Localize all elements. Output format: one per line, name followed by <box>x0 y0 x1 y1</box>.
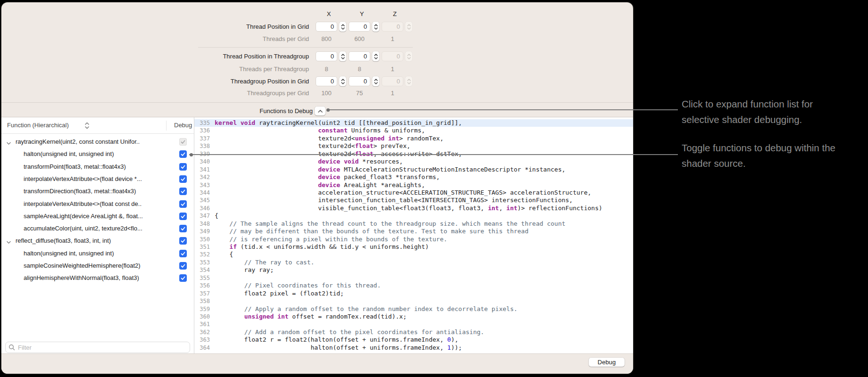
stepper-value-x[interactable]: 0 <box>316 76 337 86</box>
code-line: 363 float2 r = float2(halton(offset + un… <box>194 336 633 344</box>
function-row[interactable]: halton(unsigned int, unsigned int) <box>1 247 194 260</box>
code-text: unsigned int offset = randomTex.read(tid… <box>215 313 407 320</box>
code-line: 343 device AreaLight *areaLights, <box>194 181 633 189</box>
stepper-x: 0 <box>316 51 347 61</box>
code-text: intersection_function_table<INTERSECTION… <box>215 197 573 204</box>
stepper-buttons-icon[interactable] <box>372 76 379 86</box>
line-number: 347 <box>194 212 210 220</box>
debug-checkbox[interactable] <box>179 237 187 245</box>
debug-checkbox[interactable] <box>179 250 187 257</box>
code-line: 346 visible_function_table<float3(float3… <box>194 205 633 212</box>
debug-checkbox[interactable] <box>179 163 187 171</box>
line-number: 340 <box>194 158 210 165</box>
function-list-header: Function (Hierarchical) Debug <box>1 117 194 134</box>
code-text: kernel void raytracingKernel(uint2 tid [… <box>215 119 462 126</box>
stepper-value-y[interactable]: 0 <box>349 76 370 86</box>
stepper-value-y[interactable]: 0 <box>349 51 370 61</box>
stepper-buttons-icon <box>405 22 412 32</box>
debug-checkbox[interactable] <box>179 213 187 220</box>
stepper-value-z: 0 <box>382 76 403 86</box>
code-line: 364 halton(offset + uniforms.frameIndex,… <box>194 344 633 352</box>
code-line: 354 ray ray; <box>194 266 633 274</box>
callout-line-toggle <box>189 154 678 155</box>
debug-checkbox[interactable] <box>179 262 187 270</box>
code-editor[interactable]: 335kernel void raytracingKernel(uint2 ti… <box>194 117 633 353</box>
static-value-z: 1 <box>378 66 407 73</box>
code-text: ray ray; <box>215 266 274 273</box>
filter-field <box>5 342 190 353</box>
stepper-buttons-icon[interactable] <box>372 51 379 61</box>
stepper-value-x[interactable]: 0 <box>316 51 337 61</box>
function-label: alignHemisphereWithNormal(float3, float3… <box>24 274 139 281</box>
code-text: texture2d<float> prevTex, <box>215 142 410 149</box>
function-row[interactable]: interpolateVertexAttribute<>(float const… <box>1 198 194 210</box>
code-line: 361 <box>194 320 633 328</box>
function-row[interactable]: sampleCosineWeightedHemisphere(float2) <box>1 260 194 272</box>
code-line: 348 // The sample aligns the thread coun… <box>194 220 633 228</box>
line-number: 335 <box>194 119 210 127</box>
static-value-z: 1 <box>378 35 407 42</box>
thread-info-row: Threads per Grid8006001 <box>1 33 633 45</box>
line-number: 354 <box>194 266 210 274</box>
function-row[interactable]: accumulateColor(uint, uint2, texture2d<f… <box>1 222 194 235</box>
line-number: 342 <box>194 173 210 181</box>
code-text: // may be different than the bounds of t… <box>215 228 528 235</box>
stepper-buttons-icon <box>405 51 412 61</box>
row-label: Thread Position in Grid <box>1 23 309 30</box>
name-column-header[interactable]: Function (Hierarchical) <box>7 122 69 129</box>
filter-input[interactable] <box>5 342 190 353</box>
disclosure-chevron-icon[interactable] <box>6 238 11 247</box>
stepper-buttons-icon[interactable] <box>372 22 379 32</box>
sort-icon[interactable] <box>84 122 90 131</box>
line-number: 341 <box>194 166 210 173</box>
code-line: 335kernel void raytracingKernel(uint2 ti… <box>194 119 633 127</box>
function-row[interactable]: interpolateVertexAttribute<>(float devic… <box>1 173 194 185</box>
debug-checkbox[interactable] <box>179 175 187 183</box>
stepper-value-y[interactable]: 0 <box>349 22 370 32</box>
line-number: 336 <box>194 127 210 134</box>
line-number: 362 <box>194 328 210 336</box>
thread-control-row: Thread Position in Threadgroup000 <box>1 51 633 62</box>
static-value-y: 8 <box>345 66 374 73</box>
function-label: halton(unsigned int, unsigned int) <box>24 150 114 157</box>
disclosure-chevron-icon[interactable] <box>6 139 11 148</box>
code-line: 342 device packed_float3 *transforms, <box>194 173 633 181</box>
function-row[interactable]: reflect_diffuse(float3, float3, int, int… <box>1 235 194 247</box>
stepper-value-x[interactable]: 0 <box>316 22 337 32</box>
debug-checkbox[interactable] <box>179 188 187 195</box>
debug-checkbox[interactable] <box>179 274 187 282</box>
code-line: 345 intersection_function_table<INTERSEC… <box>194 197 633 204</box>
function-row[interactable]: halton(unsigned int, unsigned int) <box>1 148 194 160</box>
function-row[interactable]: sampleAreaLight(device AreaLight &, floa… <box>1 210 194 222</box>
code-line: 357 float2 pixel = (float2)tid; <box>194 290 633 297</box>
code-text: // Apply a random offset to the random n… <box>215 305 517 312</box>
code-line: 344 acceleration_structure<ACCELERATION_… <box>194 189 633 197</box>
debug-checkbox[interactable] <box>179 225 187 232</box>
line-number: 349 <box>194 228 210 235</box>
function-row[interactable]: transformDirection(float3, metal::float4… <box>1 185 194 197</box>
line-number: 357 <box>194 290 210 297</box>
stepper-buttons-icon[interactable] <box>339 22 346 32</box>
debug-checkbox[interactable] <box>179 200 187 208</box>
code-text: float2 pixel = (float2)tid; <box>215 290 344 297</box>
functions-expand-button[interactable] <box>315 107 326 115</box>
function-row[interactable]: raytracingKernel(uint2, const constant U… <box>1 136 194 148</box>
code-text: device packed_float3 *transforms, <box>215 173 440 180</box>
annotation-toggle-functions: Toggle functions to debug within the sha… <box>682 140 842 171</box>
function-label: accumulateColor(uint, uint2, texture2d<f… <box>24 225 142 232</box>
line-number: 360 <box>194 313 210 320</box>
stepper-y: 0 <box>349 76 380 86</box>
function-row[interactable]: alignHemisphereWithNormal(float3, float3… <box>1 272 194 284</box>
line-number: 353 <box>194 259 210 266</box>
debug-button[interactable]: Debug <box>589 358 625 367</box>
function-row[interactable]: transformPoint(float3, metal::float4x3) <box>1 161 194 173</box>
separator <box>1 102 633 103</box>
stepper-buttons-icon[interactable] <box>339 51 346 61</box>
debug-checkbox[interactable] <box>179 150 187 158</box>
line-number: 363 <box>194 336 210 344</box>
form-divider <box>198 47 413 48</box>
code-line: 359 // Apply a random offset to the rand… <box>194 305 633 313</box>
column-header-x: X <box>322 10 336 17</box>
column-header-z: Z <box>388 10 402 17</box>
stepper-buttons-icon[interactable] <box>339 76 346 86</box>
